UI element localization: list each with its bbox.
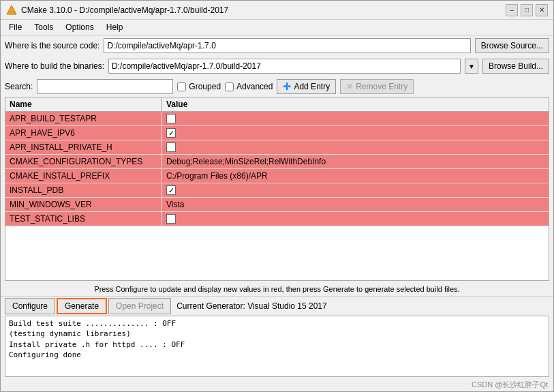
- configure-button[interactable]: Configure: [5, 298, 55, 314]
- title-bar: CMake 3.10.0 - D:/compile/activeMq/apr-1…: [1, 1, 553, 20]
- search-input[interactable]: [37, 79, 173, 94]
- remove-entry-icon: ✕: [346, 82, 353, 91]
- window-title: CMake 3.10.0 - D:/compile/activeMq/apr-1…: [21, 5, 228, 15]
- menu-bar: File Tools Options Help: [1, 20, 553, 35]
- close-button[interactable]: ✕: [536, 4, 548, 16]
- table-row: INSTALL_PDB: [5, 183, 549, 198]
- source-input[interactable]: [104, 38, 470, 53]
- log-body: Build test suite .............. : OFF (t…: [9, 318, 545, 361]
- minimize-button[interactable]: –: [506, 4, 518, 16]
- log-line: Install private .h for httpd .... : OFF: [9, 340, 545, 350]
- checkbox-cell[interactable]: [166, 185, 176, 195]
- menu-file[interactable]: File: [3, 21, 27, 33]
- cell-value: C:/Program Files (x86)/APR: [162, 169, 549, 183]
- browse-build-button[interactable]: Browse Build...: [482, 59, 549, 74]
- table-row: CMAKE_INSTALL_PREFIXC:/Program Files (x8…: [5, 169, 549, 183]
- search-label: Search:: [5, 82, 33, 91]
- col-value-header: Value: [162, 97, 549, 111]
- cell-name: INSTALL_PDB: [5, 183, 162, 197]
- build-dropdown-button[interactable]: ▼: [465, 59, 478, 74]
- cell-name: CMAKE_INSTALL_PREFIX: [5, 169, 162, 183]
- config-table: Name Value APR_BUILD_TESTAPRAPR_HAVE_IPV…: [5, 97, 549, 281]
- main-window: CMake 3.10.0 - D:/compile/activeMq/apr-1…: [0, 0, 554, 392]
- cell-name: APR_BUILD_TESTAPR: [5, 112, 162, 125]
- log-area: Build test suite .............. : OFF (t…: [5, 316, 549, 377]
- checkbox-cell[interactable]: [166, 128, 176, 138]
- source-row: Where is the source code: Browse Source.…: [1, 35, 553, 56]
- source-label: Where is the source code:: [5, 41, 99, 50]
- add-entry-icon: ✛: [283, 81, 291, 92]
- cell-value: Debug;Release;MinSizeRel;RelWithDebInfo: [162, 155, 549, 168]
- cell-value[interactable]: [162, 183, 549, 197]
- status-bar: Press Configure to update and display ne…: [1, 282, 553, 296]
- menu-options[interactable]: Options: [60, 21, 99, 33]
- status-text: Press Configure to update and display ne…: [94, 285, 459, 293]
- checkbox-cell[interactable]: [166, 214, 176, 224]
- cell-name: APR_HAVE_IPV6: [5, 126, 162, 140]
- generator-text: Current Generator: Visual Studio 15 2017: [176, 301, 327, 311]
- search-row: Search: Grouped Advanced ✛ Add Entry ✕ R…: [1, 76, 553, 97]
- table-row: MIN_WINDOWS_VERVista: [5, 198, 549, 212]
- menu-help[interactable]: Help: [101, 21, 129, 33]
- bottom-toolbar: Configure Generate Open Project Current …: [1, 296, 553, 316]
- cell-value[interactable]: [162, 140, 549, 154]
- table-body: APR_BUILD_TESTAPRAPR_HAVE_IPV6APR_INSTAL…: [5, 112, 549, 226]
- table-row: APR_HAVE_IPV6: [5, 126, 549, 140]
- watermark: CSDN @长沙红胖子Qt: [472, 380, 548, 389]
- cell-value[interactable]: [162, 126, 549, 140]
- cell-name: CMAKE_CONFIGURATION_TYPES: [5, 155, 162, 168]
- cell-value[interactable]: [162, 112, 549, 125]
- title-bar-left: CMake 3.10.0 - D:/compile/activeMq/apr-1…: [6, 5, 228, 16]
- col-name-header: Name: [5, 97, 162, 111]
- cell-name: TEST_STATIC_LIBS: [5, 212, 162, 226]
- cell-name: APR_INSTALL_PRIVATE_H: [5, 140, 162, 154]
- table-row: TEST_STATIC_LIBS: [5, 212, 549, 226]
- table-row: CMAKE_CONFIGURATION_TYPESDebug;Release;M…: [5, 155, 549, 169]
- advanced-checkbox-group: Advanced: [225, 82, 273, 91]
- log-line: Configuring done: [9, 350, 545, 360]
- remove-entry-button[interactable]: ✕ Remove Entry: [340, 79, 414, 94]
- build-label: Where to build the binaries:: [5, 61, 104, 71]
- advanced-label: Advanced: [236, 82, 273, 91]
- browse-source-button[interactable]: Browse Source...: [475, 38, 549, 53]
- cell-value: Vista: [162, 198, 549, 211]
- open-project-button[interactable]: Open Project: [108, 298, 171, 314]
- maximize-button[interactable]: □: [521, 4, 533, 16]
- table-row: APR_INSTALL_PRIVATE_H: [5, 140, 549, 155]
- checkbox-cell[interactable]: [166, 114, 176, 123]
- checkbox-cell[interactable]: [166, 142, 176, 152]
- title-bar-controls: – □ ✕: [506, 4, 548, 16]
- table-row: APR_BUILD_TESTAPR: [5, 112, 549, 126]
- app-icon: [6, 5, 17, 16]
- add-entry-button[interactable]: ✛ Add Entry: [277, 79, 336, 94]
- svg-marker-0: [7, 5, 16, 14]
- menu-tools[interactable]: Tools: [29, 21, 59, 33]
- grouped-label: Grouped: [189, 82, 221, 91]
- grouped-checkbox[interactable]: [177, 82, 186, 91]
- log-line: (testing dynamic libraries): [9, 329, 545, 339]
- cell-value[interactable]: [162, 212, 549, 226]
- build-row: Where to build the binaries: ▼ Browse Bu…: [1, 56, 553, 76]
- generate-button[interactable]: Generate: [57, 298, 107, 314]
- grouped-checkbox-group: Grouped: [177, 82, 221, 91]
- cell-name: MIN_WINDOWS_VER: [5, 198, 162, 211]
- advanced-checkbox[interactable]: [225, 82, 234, 91]
- log-line: Build test suite .............. : OFF: [9, 318, 545, 329]
- table-header: Name Value: [5, 97, 549, 112]
- build-input[interactable]: [108, 59, 461, 74]
